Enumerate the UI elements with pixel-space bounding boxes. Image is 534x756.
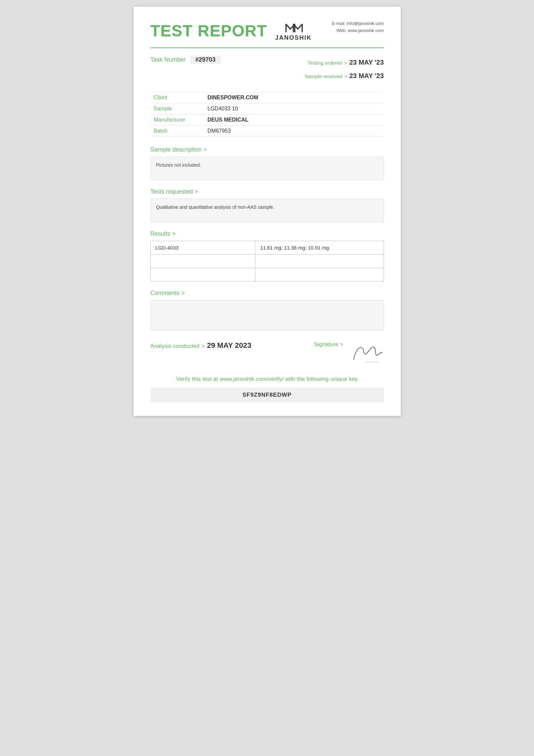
task-right: Testing ordered > 23 MAY '23 Sample rece…	[305, 56, 384, 83]
manufacturer-value: DEUS MEDICAL	[204, 114, 384, 126]
table-row	[150, 268, 384, 282]
manufacturer-label: Manufacturer	[150, 114, 204, 126]
table-row	[150, 255, 384, 268]
signature-area: Signature >	[314, 341, 384, 361]
sample-value: LGD4033 10	[204, 103, 384, 114]
task-number: #29703	[190, 56, 221, 64]
analysis-left: Analysis conducted > 29 MAY 2023	[150, 341, 252, 350]
signature-image	[350, 341, 384, 361]
logo-text: JANOSHIK	[275, 34, 312, 41]
sample-received-arrow: >	[344, 71, 347, 81]
sample-description-content: Pictures not included.	[156, 162, 201, 168]
info-table: Client DINESPOWER.COM Sample LGD4033 10 …	[150, 92, 384, 137]
analysis-date: 29 MAY 2023	[207, 341, 251, 350]
task-left: Task Number #29703	[150, 56, 221, 64]
results-table: LGD-4033 11.61 mg; 11.38 mg; 10.91 mg.	[150, 241, 384, 282]
result-col2-2	[255, 268, 384, 282]
task-row: Task Number #29703 Testing ordered > 23 …	[150, 56, 384, 83]
sample-received-date: 23 MAY '23	[349, 69, 384, 83]
task-label: Task Number	[150, 56, 186, 63]
analysis-arrow: >	[202, 343, 205, 350]
verify-key: SF9Z9NF8EDWP	[242, 392, 291, 398]
logo-area: JANOSHIK	[275, 22, 312, 41]
result-col1-0: LGD-4033	[150, 241, 255, 255]
signature-svg	[350, 341, 384, 365]
report-page: TEST REPORT JANOSHIK E-mail: info@janosh…	[134, 7, 401, 416]
manufacturer-row: Manufacturer DEUS MEDICAL	[150, 114, 384, 126]
sample-received-row: Sample received > 23 MAY '23	[305, 69, 384, 83]
client-label: Client	[150, 92, 204, 103]
client-value: DINESPOWER.COM	[204, 92, 384, 103]
sample-description-title: Sample description >	[150, 146, 384, 153]
verify-key-box: SF9Z9NF8EDWP	[150, 388, 384, 402]
email-line: E-mail: info@janoshik.com	[332, 20, 384, 27]
testing-ordered-arrow: >	[344, 58, 347, 68]
sample-row: Sample LGD4033 10	[150, 103, 384, 114]
web-line: Web: www.janoshik.com	[332, 27, 384, 34]
table-row: LGD-4033 11.61 mg; 11.38 mg; 10.91 mg.	[150, 241, 384, 255]
result-col2-0: 11.61 mg; 11.38 mg; 10.91 mg.	[255, 241, 384, 255]
batch-label: Batch	[150, 126, 204, 137]
batch-value: DM67953	[204, 126, 384, 137]
report-title: TEST REPORT	[150, 23, 267, 39]
result-col2-1	[255, 255, 384, 268]
analysis-label: Analysis conducted	[150, 343, 200, 350]
comments-title: Comments >	[150, 290, 384, 297]
logo-icon	[284, 22, 303, 34]
result-col1-2	[150, 268, 255, 282]
signature-label: Signature >	[314, 341, 343, 348]
header: TEST REPORT JANOSHIK E-mail: info@janosh…	[150, 20, 384, 41]
tests-requested-title: Tests requested >	[150, 188, 384, 195]
batch-row: Batch DM67953	[150, 126, 384, 137]
email-label: E-mail:	[332, 21, 345, 26]
web-value: www.janoshik.com	[348, 28, 384, 33]
sample-description-box: Pictures not included.	[150, 157, 384, 180]
header-contact: E-mail: info@janoshik.com Web: www.janos…	[332, 20, 384, 34]
testing-ordered-date: 23 MAY '23	[349, 56, 384, 69]
tests-requested-content: Qualitative and quantitative analysis of…	[156, 204, 275, 210]
verify-text: Verify this test at www.janoshik.com/ver…	[150, 375, 384, 384]
results-title: Results >	[150, 230, 384, 237]
header-divider	[150, 47, 384, 48]
tests-requested-box: Qualitative and quantitative analysis of…	[150, 199, 384, 222]
testing-ordered-label: Testing ordered	[308, 58, 342, 68]
sample-received-label: Sample received	[305, 71, 342, 81]
header-left: TEST REPORT JANOSHIK	[150, 20, 312, 41]
sample-label: Sample	[150, 103, 204, 114]
analysis-row: Analysis conducted > 29 MAY 2023 Signatu…	[150, 341, 384, 361]
testing-ordered-row: Testing ordered > 23 MAY '23	[305, 56, 384, 69]
result-col1-1	[150, 255, 255, 268]
web-label: Web:	[336, 28, 347, 33]
client-row: Client DINESPOWER.COM	[150, 92, 384, 103]
comments-box	[150, 300, 384, 330]
email-value: info@janoshik.com	[347, 21, 384, 26]
